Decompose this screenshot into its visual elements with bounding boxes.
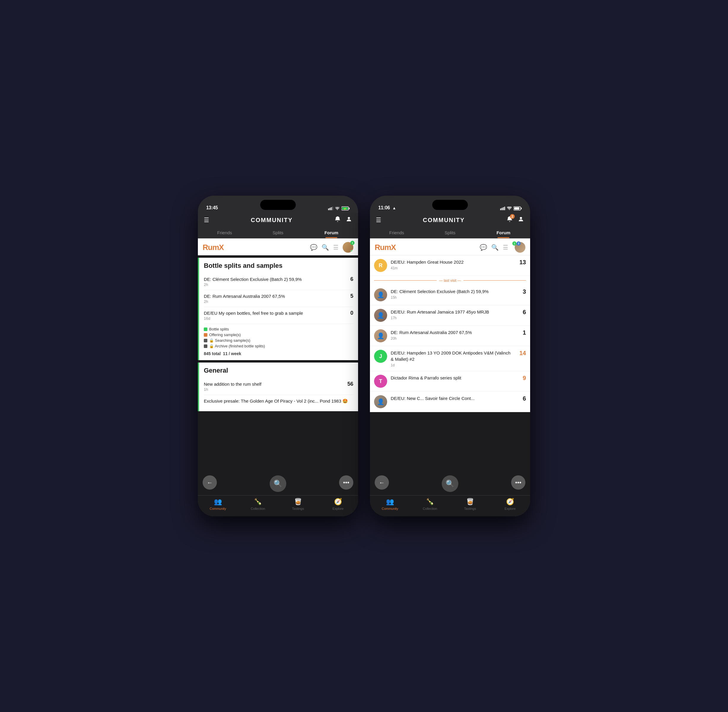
forum-item-count-3-right: 6 (517, 309, 526, 316)
legend-item-3-left: 🔒 Searching sample(s) (204, 338, 353, 343)
svg-rect-9 (500, 208, 501, 210)
more-fab-left[interactable]: ••• (339, 475, 353, 490)
signal-icon-left (328, 207, 333, 210)
signal-icon-right (500, 207, 505, 210)
search-icon-left[interactable]: 🔍 (321, 244, 329, 251)
forum-item-content-2-right: DE: Clément Selection Exclusive (Batch 2… (391, 288, 513, 300)
menu-icon-forum-left[interactable]: ☰ (333, 244, 339, 251)
general-item-2-text-left: Exclusive presale: The Golden Age Of Pir… (204, 398, 348, 404)
bottom-nav-tastings-left[interactable]: 🥃 Tastings (278, 498, 318, 510)
section-item-2-time-left: 2h (204, 299, 288, 304)
bottom-nav-collection-right[interactable]: 🍾 Collection (410, 498, 450, 510)
collection-label-right: Collection (423, 507, 437, 510)
more-fab-right[interactable]: ••• (511, 475, 525, 490)
menu-icon-forum-right[interactable]: ☰ (503, 244, 508, 251)
forum-item-content-1-right: DE/EU: Hampden Great House 2022 41m (391, 259, 513, 270)
forum-item-count-2-right: 3 (517, 288, 526, 295)
svg-rect-14 (521, 208, 522, 209)
bottom-nav-explore-left[interactable]: 🧭 Explore (318, 498, 358, 510)
forum-avatar-4-right: 👤 (374, 329, 387, 342)
legend-dot-4-left (204, 344, 207, 348)
tab-friends-left[interactable]: Friends (198, 227, 251, 238)
general-item-1-left[interactable]: New addition to the rum shelf 1h 56 (204, 378, 353, 395)
forum-item-count-5-right: 14 (517, 350, 526, 357)
forum-item-1-right[interactable]: R DE/EU: Hampden Great House 2022 41m 13 (370, 255, 530, 276)
forum-item-title-3-right: DE/EU: Rum Artesanal Jamaica 1977 45yo M… (391, 309, 513, 315)
tab-friends-right[interactable]: Friends (370, 227, 423, 238)
forum-header-right: RumX 💬 🔍 ☰ 1 2 (370, 239, 530, 255)
bottom-nav-explore-right[interactable]: 🧭 Explore (490, 498, 530, 510)
phone-left: 13:45 (198, 196, 358, 516)
back-fab-right[interactable]: ← (375, 475, 389, 490)
section-bottle-splits-left: Bottle splits and samples DE: Clément Se… (198, 258, 358, 360)
bottom-nav-tastings-right[interactable]: 🥃 Tastings (450, 498, 490, 510)
forum-item-5-right[interactable]: J DE/EU: Hampden 13 YO 2009 DOK Antipode… (370, 346, 530, 371)
section-item-1-count-left: 6 (348, 276, 353, 282)
bottom-nav-community-right[interactable]: 👥 Community (370, 498, 410, 510)
svg-rect-0 (328, 208, 329, 210)
forum-avatar-5-right: J (374, 350, 387, 363)
battery-icon-right (513, 206, 522, 211)
forum-item-title-7-right: DE/EU: New C... Savoir faire Circle Cont… (391, 395, 513, 401)
forum-item-meta-4-right: 20h (391, 337, 513, 341)
avatar-badge-2-right: 2 (516, 242, 521, 246)
community-label-left: Community (210, 507, 226, 510)
tab-forum-right[interactable]: Forum (477, 227, 530, 238)
location-icon-right: ▲ (392, 206, 397, 210)
section-item-2-left[interactable]: DE: Rum Artesanal Australia 2007 67,5% 2… (204, 290, 353, 307)
forum-item-content-6-right: Dictador Rima & Parrafo series split (391, 375, 513, 382)
nav-icons-left (334, 216, 352, 224)
user-button-right[interactable] (518, 216, 524, 224)
top-nav-right: ☰ COMMUNITY 2 (370, 213, 530, 227)
explore-label-right: Explore (505, 507, 516, 510)
nav-icons-right: 2 (506, 216, 524, 224)
battery-icon-left: ⚡ (342, 206, 350, 211)
nav-title-left: COMMUNITY (251, 217, 293, 224)
hamburger-icon-right[interactable]: ☰ (376, 217, 381, 224)
forum-item-2-right[interactable]: 👤 DE: Clément Selection Exclusive (Batch… (370, 285, 530, 305)
forum-item-3-right[interactable]: 👤 DE/EU: Rum Artesanal Jamaica 1977 45yo… (370, 305, 530, 326)
legend-label-3-left: 🔒 Searching sample(s) (209, 338, 250, 343)
forum-item-meta-1-right: 41m (391, 266, 513, 270)
section-item-1-left[interactable]: DE: Clément Selection Exclusive (Batch 2… (204, 273, 353, 290)
svg-rect-12 (504, 207, 505, 210)
back-fab-left[interactable]: ← (203, 475, 217, 490)
user-button-left[interactable] (346, 216, 352, 224)
community-icon-right: 👥 (386, 498, 394, 506)
status-icons-left: ⚡ (328, 206, 350, 211)
search-fab-left[interactable]: 🔍 (270, 475, 286, 492)
bottom-nav-community-left[interactable]: 👥 Community (198, 498, 238, 510)
forum-item-7-right[interactable]: 👤 DE/EU: New C... Savoir faire Circle Co… (370, 392, 530, 412)
search-icon-right[interactable]: 🔍 (491, 244, 499, 251)
hamburger-icon-left[interactable]: ☰ (204, 217, 209, 224)
tab-forum-left[interactable]: Forum (305, 227, 358, 238)
legend-dot-2-left (204, 333, 207, 337)
forum-item-4-right[interactable]: 👤 DE: Rum Artesanal Australia 2007 67,5%… (370, 326, 530, 346)
legend-left: Bottle splits Offering sample(s) 🔒 Searc… (204, 327, 353, 348)
section-item-3-left[interactable]: DE/EU My open bottles, feel free to grab… (204, 307, 353, 324)
dynamic-island-right (432, 200, 468, 210)
svg-rect-15 (514, 207, 519, 210)
forum-item-title-1-right: DE/EU: Hampden Great House 2022 (391, 259, 513, 265)
forum-item-title-5-right: DE/EU: Hampden 13 YO 2009 DOK Antipodes … (391, 350, 513, 362)
legend-dot-1-left (204, 328, 207, 331)
chat-icon-left[interactable]: 💬 (310, 244, 317, 251)
top-nav-left: ☰ COMMUNITY (198, 213, 358, 227)
tab-splits-right[interactable]: Splits (423, 227, 477, 238)
status-icons-right (500, 206, 522, 211)
bottom-nav-collection-left[interactable]: 🍾 Collection (238, 498, 278, 510)
bottom-nav-right: 👥 Community 🍾 Collection 🥃 Tastings 🧭 Ex… (370, 495, 530, 516)
tab-bar-right: Friends Splits Forum (370, 227, 530, 239)
forum-avatar-3-right: 👤 (374, 309, 387, 322)
general-item-1-text-left: New addition to the rum shelf (204, 381, 261, 387)
search-fab-right[interactable]: 🔍 (442, 475, 458, 492)
community-icon-left: 👥 (214, 498, 222, 506)
bell-button-right[interactable]: 2 (506, 216, 513, 224)
bell-button-left[interactable] (334, 216, 341, 224)
general-item-2-left[interactable]: Exclusive presale: The Golden Age Of Pir… (204, 395, 353, 407)
section-item-1-time-left: 2h (204, 282, 305, 287)
user-icon-right (518, 216, 524, 222)
forum-item-6-right[interactable]: T Dictador Rima & Parrafo series split 9 (370, 371, 530, 392)
chat-icon-right[interactable]: 💬 (480, 244, 487, 251)
tab-splits-left[interactable]: Splits (251, 227, 305, 238)
